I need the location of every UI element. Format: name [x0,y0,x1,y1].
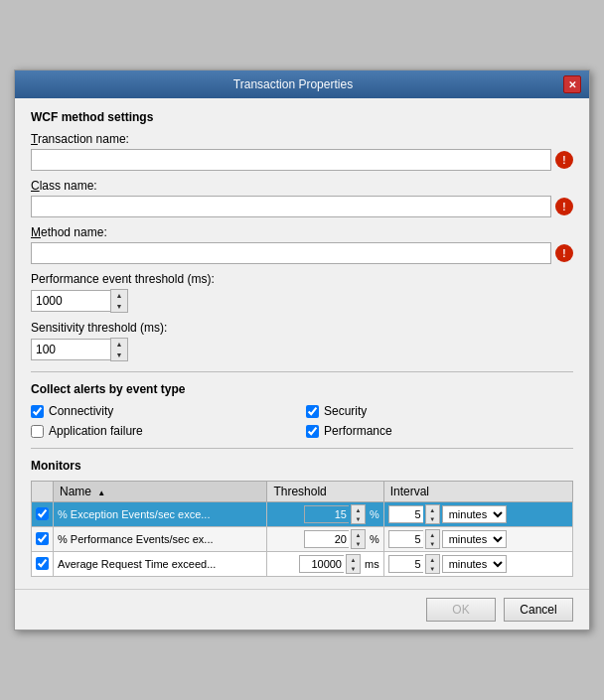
row-1-checkbox-cell [32,527,54,552]
wcf-section-title: WCF method settings [31,110,573,124]
title-bar: Transaction Properties ✕ [15,70,589,98]
perf-threshold-spinner: ▲ ▼ [31,289,573,313]
row-1-threshold-down[interactable]: ▼ [352,539,365,548]
row-2-checkbox[interactable] [36,557,49,570]
monitors-table-head: Name ▲ Threshold Interval [32,482,573,502]
monitors-table: Name ▲ Threshold Interval % Exception Ev… [31,481,573,577]
row-1-threshold-input[interactable] [304,530,349,548]
sensitivity-group: Sensitivity threshold (ms): ▲ ▼ [31,321,573,361]
row-0-interval-select[interactable]: minuteshoursdays [442,505,507,523]
transaction-name-group: Transaction name: ! [31,132,573,171]
performance-checkbox-item: Performance [306,424,573,438]
row-0-interval-down[interactable]: ▼ [426,514,439,523]
col-header-checkbox [32,482,54,502]
row-0-threshold-wrapper: ▲▼% [271,504,378,524]
appfailure-checkbox-item: Application failure [31,424,298,438]
col-header-threshold: Threshold [267,482,383,502]
monitors-table-row[interactable]: % Exception Events/sec exce...▲▼%▲▼minut… [32,502,573,527]
row-2-threshold-down[interactable]: ▼ [347,564,360,573]
sensitivity-spinner: ▲ ▼ [31,338,573,361]
row-1-threshold-cell: ▲▼% [267,527,383,552]
row-2-interval-select[interactable]: minuteshoursdays [442,555,507,573]
col-header-interval: Interval [383,482,572,502]
ok-button[interactable]: OK [426,598,496,622]
row-0-threshold-up[interactable]: ▲ [352,505,365,514]
cancel-button[interactable]: Cancel [504,598,573,622]
row-2-interval-spinner: ▲▼ [425,554,440,574]
row-1-threshold-wrapper: ▲▼% [271,529,378,549]
row-2-threshold-cell: ▲▼ms [267,552,383,577]
row-0-threshold-cell: ▲▼% [267,502,383,527]
row-2-threshold-up[interactable]: ▲ [347,555,360,564]
row-1-interval-spinner: ▲▼ [425,529,440,549]
row-0-threshold-unit: % [370,508,379,520]
monitors-table-row[interactable]: % Performance Events/sec ex...▲▼%▲▼minut… [32,527,573,552]
row-0-threshold-spinner: ▲▼ [351,504,366,524]
class-name-input[interactable] [31,196,551,217]
sort-arrow-icon: ▲ [97,489,105,497]
sensitivity-spinner-buttons: ▲ ▼ [110,338,128,361]
row-2-threshold-input[interactable] [299,555,344,573]
row-0-interval-spinner: ▲▼ [425,504,440,524]
connectivity-label: Connectivity [49,404,113,418]
performance-label: Performance [324,424,392,438]
row-1-interval-wrapper: ▲▼minuteshoursdays [388,529,568,549]
monitors-table-row[interactable]: Average Request Time exceed...▲▼ms▲▼minu… [32,552,573,577]
method-name-label: Method name: [31,225,573,239]
row-1-threshold-up[interactable]: ▲ [352,530,365,539]
divider-2 [31,448,573,449]
divider-1 [31,371,573,372]
method-name-error-icon: ! [555,244,573,262]
row-2-interval-down[interactable]: ▼ [426,564,439,573]
alerts-section: Collect alerts by event type Connectivit… [31,382,573,438]
row-0-threshold-down[interactable]: ▼ [352,514,365,523]
sensitivity-label: Sensitivity threshold (ms): [31,321,573,335]
row-1-interval-input[interactable] [388,530,423,548]
row-2-interval-up[interactable]: ▲ [426,555,439,564]
row-0-checkbox[interactable] [36,507,49,520]
sensitivity-up-button[interactable]: ▲ [111,339,127,350]
sensitivity-input[interactable] [31,339,110,360]
wcf-section: WCF method settings Transaction name: ! … [31,110,573,361]
row-0-interval-input[interactable] [388,505,423,523]
row-1-name: % Performance Events/sec ex... [54,527,267,552]
monitors-table-header-row: Name ▲ Threshold Interval [32,482,573,502]
row-0-interval-up[interactable]: ▲ [426,505,439,514]
connectivity-checkbox-item: Connectivity [31,404,298,418]
perf-threshold-input[interactable] [31,290,110,312]
method-name-wrapper: ! [31,242,573,264]
perf-threshold-up-button[interactable]: ▲ [111,290,127,301]
row-1-interval-select[interactable]: minuteshoursdays [442,530,507,548]
close-button[interactable]: ✕ [563,75,581,93]
class-name-group: Class name: ! [31,179,573,217]
col-header-name[interactable]: Name ▲ [54,482,267,502]
connectivity-checkbox[interactable] [31,405,44,418]
row-1-threshold-unit: % [370,533,379,545]
sensitivity-down-button[interactable]: ▼ [111,350,127,360]
dialog-body: WCF method settings Transaction name: ! … [15,98,589,589]
row-0-interval-cell: ▲▼minuteshoursdays [383,502,572,527]
alerts-section-title: Collect alerts by event type [31,382,573,396]
row-1-checkbox[interactable] [36,532,49,545]
transaction-name-wrapper: ! [31,149,573,171]
appfailure-label: Application failure [49,424,143,438]
row-2-interval-input[interactable] [388,555,423,573]
row-1-interval-cell: ▲▼minuteshoursdays [383,527,572,552]
class-name-wrapper: ! [31,196,573,217]
perf-threshold-down-button[interactable]: ▼ [111,301,127,312]
performance-checkbox[interactable] [306,425,319,438]
transaction-name-label: Transaction name: [31,132,573,146]
appfailure-checkbox[interactable] [31,425,44,438]
row-1-interval-down[interactable]: ▼ [426,539,439,548]
row-1-interval-up[interactable]: ▲ [426,530,439,539]
perf-threshold-group: Performance event threshold (ms): ▲ ▼ [31,272,573,313]
row-1-threshold-spinner: ▲▼ [351,529,366,549]
security-checkbox[interactable] [306,405,319,418]
row-2-threshold-spinner: ▲▼ [346,554,361,574]
method-name-input[interactable] [31,242,551,264]
row-2-threshold-wrapper: ▲▼ms [271,554,378,574]
row-0-threshold-input[interactable] [304,505,349,523]
monitors-table-body: % Exception Events/sec exce...▲▼%▲▼minut… [32,502,573,577]
class-name-error-icon: ! [555,198,573,215]
transaction-name-input[interactable] [31,149,551,171]
